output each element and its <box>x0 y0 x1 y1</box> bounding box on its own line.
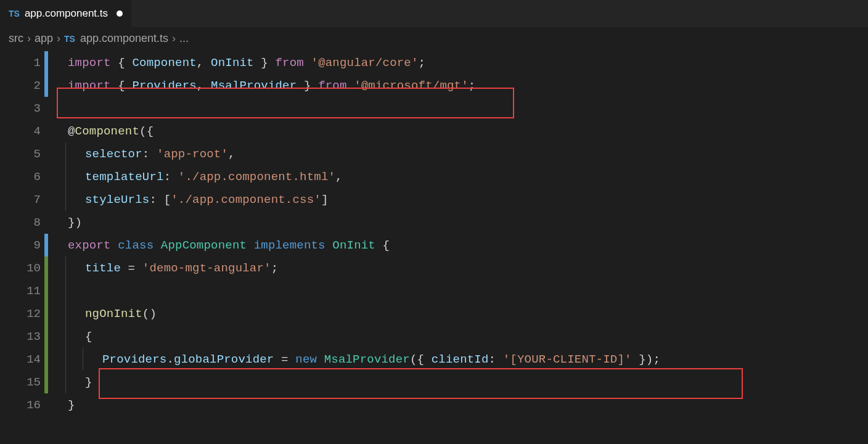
code-content[interactable]: ngOnInit() <box>83 302 157 325</box>
code-line[interactable]: 8}) <box>0 211 868 234</box>
indent-guide <box>65 302 83 325</box>
gutter-marker <box>44 211 48 234</box>
chevron-right-icon: › <box>27 32 31 45</box>
crumb-src[interactable]: src <box>9 32 23 45</box>
gutter-marker <box>44 165 48 188</box>
code-line[interactable]: 12ngOnInit() <box>0 302 868 325</box>
indent-guide <box>65 257 83 279</box>
code-content[interactable] <box>83 279 85 302</box>
code-line[interactable]: 7styleUrls: ['./app.component.css'] <box>0 188 868 211</box>
code-content[interactable]: { <box>83 325 92 348</box>
code-line[interactable]: 9export class AppComponent implements On… <box>0 234 868 257</box>
gutter-marker <box>44 234 48 257</box>
code-content[interactable]: import { Providers, MsalProvider } from … <box>65 74 475 97</box>
indent-guide <box>65 142 83 165</box>
chevron-right-icon: › <box>172 32 176 45</box>
gutter-marker <box>44 97 48 120</box>
code-content[interactable]: styleUrls: ['./app.component.css'] <box>83 188 328 211</box>
code-content[interactable]: } <box>65 393 75 416</box>
typescript-icon: TS <box>9 9 20 18</box>
indent-guide <box>65 279 83 302</box>
line-number: 14 <box>0 353 44 366</box>
crumb-file[interactable]: app.component.ts <box>80 32 168 45</box>
line-number: 7 <box>0 193 44 207</box>
code-line[interactable]: 4@Component({ <box>0 120 868 142</box>
gutter-marker <box>44 302 48 325</box>
code-line[interactable]: 2import { Providers, MsalProvider } from… <box>0 74 868 97</box>
code-line[interactable]: 15} <box>0 371 868 393</box>
indent-guide <box>65 325 83 348</box>
code-editor[interactable]: 1import { Component, OnInit } from '@ang… <box>0 51 868 416</box>
line-number: 13 <box>0 330 44 343</box>
code-line[interactable]: 16} <box>0 393 868 416</box>
editor-tab[interactable]: TS app.component.ts <box>0 0 132 27</box>
gutter-marker <box>44 371 48 393</box>
line-number: 9 <box>0 239 44 252</box>
gutter-marker <box>44 74 48 97</box>
gutter-marker <box>44 279 48 302</box>
indent-guide <box>65 348 83 371</box>
code-line[interactable]: 1import { Component, OnInit } from '@ang… <box>0 51 868 74</box>
tab-label: app.component.ts <box>25 7 108 20</box>
code-line[interactable]: 3 <box>0 97 868 120</box>
code-line[interactable]: 11 <box>0 279 868 302</box>
gutter-marker <box>44 257 48 279</box>
code-line[interactable]: 6templateUrl: './app.component.html', <box>0 165 868 188</box>
indent-guide <box>83 348 100 371</box>
code-content[interactable]: }) <box>65 211 82 234</box>
code-content[interactable] <box>65 97 68 120</box>
gutter-marker <box>44 142 48 165</box>
code-line[interactable]: 5selector: 'app-root', <box>0 142 868 165</box>
chevron-right-icon: › <box>57 32 60 45</box>
code-content[interactable]: selector: 'app-root', <box>83 142 235 165</box>
line-number: 16 <box>0 398 44 412</box>
gutter-marker <box>44 51 48 74</box>
line-number: 2 <box>0 79 44 92</box>
breadcrumb[interactable]: src › app › TS app.component.ts › ... <box>0 27 868 51</box>
crumb-app[interactable]: app <box>35 32 53 45</box>
indent-guide <box>65 188 83 211</box>
code-content[interactable]: templateUrl: './app.component.html', <box>83 165 343 188</box>
line-number: 11 <box>0 284 44 298</box>
tab-bar: TS app.component.ts <box>0 0 868 27</box>
code-line[interactable]: 13{ <box>0 325 868 348</box>
line-number: 10 <box>0 261 44 275</box>
line-number: 12 <box>0 307 44 321</box>
code-content[interactable]: export class AppComponent implements OnI… <box>65 234 390 257</box>
code-content[interactable]: Providers.globalProvider = new MsalProvi… <box>100 348 660 371</box>
gutter-marker <box>44 188 48 211</box>
line-number: 4 <box>0 125 44 138</box>
line-number: 8 <box>0 216 44 229</box>
crumb-trailing[interactable]: ... <box>179 32 189 45</box>
code-content[interactable]: @Component({ <box>65 120 154 142</box>
typescript-icon: TS <box>64 34 75 44</box>
line-number: 3 <box>0 102 44 115</box>
code-content[interactable]: title = 'demo-mgt-angular'; <box>83 257 278 279</box>
gutter-marker <box>44 348 48 371</box>
indent-guide <box>65 165 83 188</box>
gutter-marker <box>44 393 48 416</box>
gutter-marker <box>44 120 48 142</box>
code-line[interactable]: 14Providers.globalProvider = new MsalPro… <box>0 348 868 371</box>
line-number: 6 <box>0 170 44 184</box>
indent-guide <box>65 371 83 393</box>
code-line[interactable]: 10title = 'demo-mgt-angular'; <box>0 257 868 279</box>
line-number: 15 <box>0 376 44 389</box>
unsaved-indicator-icon <box>117 10 123 17</box>
code-content[interactable]: import { Component, OnInit } from '@angu… <box>65 51 425 74</box>
line-number: 1 <box>0 56 44 70</box>
gutter-marker <box>44 325 48 348</box>
code-content[interactable]: } <box>83 371 92 393</box>
line-number: 5 <box>0 147 44 161</box>
